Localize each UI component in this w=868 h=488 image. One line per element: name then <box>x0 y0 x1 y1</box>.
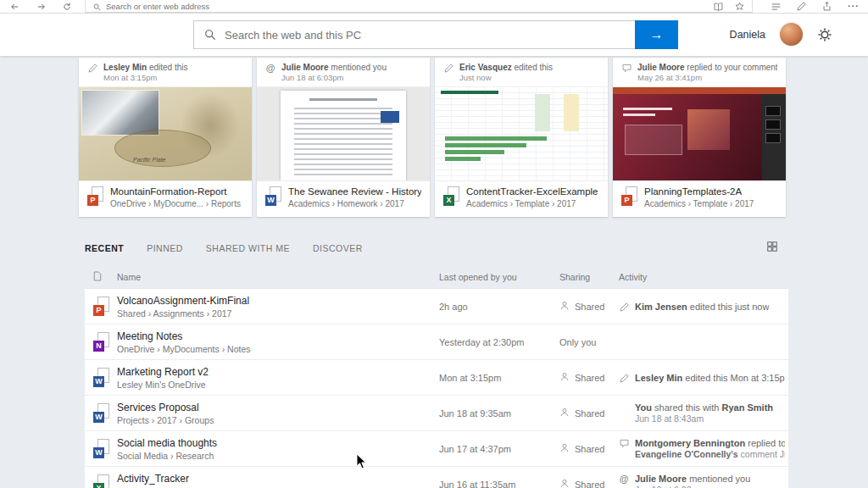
last-opened: Jun 16 at 11:35am <box>439 480 559 488</box>
column-last-opened[interactable]: Last opened by you <box>439 272 559 282</box>
shared-person-icon <box>559 408 570 419</box>
column-name[interactable]: Name <box>117 272 439 282</box>
sharing-status: Only you <box>559 337 619 347</box>
table-row-marketing-report[interactable]: W Marketing Report v2 Lesley Min's OneDr… <box>85 360 788 396</box>
tab-pinned[interactable]: PINNED <box>147 243 183 253</box>
main-content: Lesley Min edited this Mon at 3:15pm Pac… <box>0 56 868 488</box>
card-sewanee-review[interactable]: @ Julie Moore mentioned you Jun 18 at 6:… <box>257 58 430 217</box>
document-title-line <box>309 98 377 101</box>
tab-discover[interactable]: DISCOVER <box>313 243 363 253</box>
settings-gear-icon[interactable] <box>817 27 832 42</box>
card-footer: X ContentTracker-ExcelExample Academics … <box>435 180 608 217</box>
spreadsheet-title-line <box>441 91 498 94</box>
column-activity[interactable]: Activity <box>619 272 788 282</box>
back-icon[interactable] <box>10 0 19 14</box>
file-list-tabs: RECENT PINNED SHARED WITH ME DISCOVER <box>85 243 363 253</box>
avatar[interactable] <box>780 23 803 46</box>
file-name[interactable]: Meeting Notes <box>117 330 429 342</box>
table-row-services-proposal[interactable]: W Services Proposal Projects › 2017 › Gr… <box>85 396 788 431</box>
shared-person-icon <box>559 372 570 383</box>
activity-text: Julie Moore replied to your comment <box>637 63 777 72</box>
search-box[interactable]: → <box>193 20 678 49</box>
sharing-status: Shared <box>559 479 619 488</box>
activity-date: Mon at 3:15pm <box>103 73 188 82</box>
reading-view-icon[interactable] <box>714 0 723 14</box>
address-bar[interactable] <box>85 0 753 13</box>
chart-bar <box>445 157 481 161</box>
share-icon[interactable] <box>822 0 832 14</box>
card-breadcrumb: OneDrive › MyDocume... › Reports <box>110 199 241 208</box>
tab-recent[interactable]: RECENT <box>85 243 124 253</box>
slide-thumb <box>765 133 781 143</box>
card-breadcrumb: Academics › Homework › 2017 <box>288 199 421 208</box>
powerpoint-ribbon <box>613 87 786 94</box>
sharing-status: Shared <box>559 408 619 419</box>
file-name[interactable]: Marketing Report v2 <box>117 366 429 378</box>
shared-person-icon <box>559 443 570 454</box>
thumbnail-spreadsheet[interactable] <box>435 86 608 181</box>
activity-cell: Lesley Min edited this Mon at 3:15pm <box>619 373 788 383</box>
user-name[interactable]: Daniela <box>730 29 765 41</box>
card-breadcrumb: Academics › Template › 2017 <box>466 199 598 208</box>
more-icon[interactable]: ··· <box>848 2 860 11</box>
map-label: Pacific Plate <box>133 157 166 163</box>
thumbnail-map[interactable]: Pacific Plate <box>79 86 252 181</box>
card-breadcrumb: Academics › Template › 2017 <box>644 199 754 208</box>
slide-navigator-panel <box>762 94 786 180</box>
card-planningtemplates[interactable]: Julie Moore replied to your comment May … <box>613 58 786 217</box>
spreadsheet-yellow-column <box>564 94 579 131</box>
slide-thumb <box>765 119 781 130</box>
activity-text: Lesley Min edited this <box>103 63 188 72</box>
file-name[interactable]: Services Proposal <box>117 402 429 413</box>
table-row-activity-tracker[interactable]: X Activity_Tracker Social Media › Tracke… <box>85 467 788 488</box>
activity-text: Julie Moore mentioned you <box>281 63 387 72</box>
hub-icon[interactable] <box>771 0 781 14</box>
card-title[interactable]: PlanningTemplates-2A <box>644 186 754 197</box>
card-title[interactable]: MountainFormation-Report <box>110 186 241 197</box>
table-row-volcanoassignment[interactable]: P VolcanoAssignment-KimFinal Shared › As… <box>85 289 788 324</box>
tab-shared-with-me[interactable]: SHARED WITH ME <box>206 243 290 253</box>
thumbnail-presentation[interactable] <box>613 86 786 181</box>
edit-icon <box>87 64 97 73</box>
file-path: Shared › Assignments › 2017 <box>117 308 429 319</box>
file-name[interactable]: VolcanoAssignment-KimFinal <box>117 295 429 307</box>
card-mountainformation-report[interactable]: Lesley Min edited this Mon at 3:15pm Pac… <box>79 58 252 217</box>
activity-date: Just now <box>459 73 553 82</box>
card-footer: P PlanningTemplates-2A Academics › Templ… <box>613 180 786 217</box>
comment-icon <box>619 439 629 448</box>
forward-icon[interactable] <box>36 0 46 14</box>
page-header: → Daniela <box>0 13 868 56</box>
card-title[interactable]: ContentTracker-ExcelExample <box>466 186 598 197</box>
mention-icon: @ <box>265 64 275 73</box>
powerpoint-file-icon: P <box>93 297 109 316</box>
chart-bar <box>445 150 504 154</box>
file-path: Projects › 2017 › Groups <box>117 415 429 425</box>
search-go-button[interactable]: → <box>635 20 678 49</box>
chart-bar <box>445 136 547 141</box>
card-contenttracker-excel[interactable]: Eric Vasquez edited this Just now X <box>435 58 608 217</box>
search-input[interactable] <box>216 21 635 48</box>
file-path: Lesley Min's OneDrive <box>117 380 429 390</box>
slide-thumb <box>765 106 781 116</box>
grid-view-icon[interactable] <box>767 241 777 252</box>
file-name[interactable]: Social media thoughts <box>117 437 429 449</box>
activity-cell: Montgomery Bennington replied to Evangel… <box>619 438 788 459</box>
comment-icon <box>621 64 632 73</box>
url-input[interactable] <box>106 2 709 11</box>
table-row-meeting-notes[interactable]: N Meeting Notes OneDrive › MyDocuments ›… <box>85 324 788 360</box>
column-sharing[interactable]: Sharing <box>559 272 619 282</box>
table-row-social-media-thoughts[interactable]: W Social media thoughts Social Media › R… <box>85 431 788 467</box>
screen: ··· → Daniela Lesley Min edited this <box>0 0 868 488</box>
thumbnail-document[interactable] <box>257 86 430 181</box>
card-title[interactable]: The Sewanee Review - History <box>288 186 421 197</box>
mouse-cursor <box>356 453 368 470</box>
recent-files-table: Name Last opened by you Sharing Activity… <box>85 266 788 488</box>
web-note-icon[interactable] <box>797 0 806 14</box>
refresh-icon[interactable] <box>63 0 71 14</box>
last-opened: Jun 18 at 9:35am <box>439 408 559 419</box>
word-file-icon: W <box>93 439 109 458</box>
favorites-star-icon[interactable] <box>735 0 744 14</box>
file-name[interactable]: Activity_Tracker <box>117 473 429 485</box>
powerpoint-file-icon: P <box>87 186 103 206</box>
shared-person-icon <box>559 301 570 312</box>
